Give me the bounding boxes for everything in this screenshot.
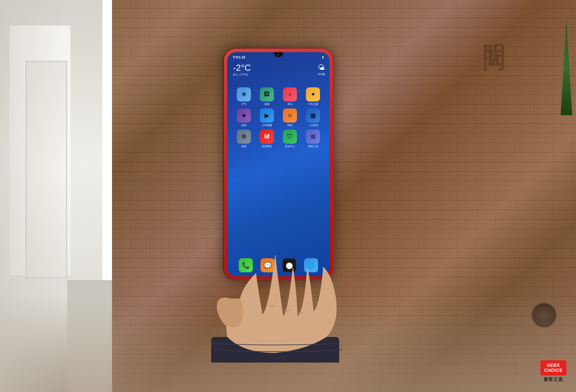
app-settings-label: 设置: [235, 145, 253, 148]
app-reader-label: 阅读: [281, 124, 299, 127]
app-tools-label: 系统工具: [304, 145, 322, 148]
app-weather-label: 天气: [235, 102, 253, 106]
watermark-box: GEEK CHOICE: [540, 360, 566, 375]
watermark-brand-line2: CHOICE: [544, 368, 563, 373]
wall-chinese-sign: 明间: [483, 26, 506, 32]
app-news-icon: ▦: [306, 108, 320, 123]
app-grid: ❄ 天气 🖼 相册 ♪ 音乐 ✦ 个性主题: [227, 87, 330, 151]
app-store[interactable]: M 应用商店: [258, 130, 276, 148]
hand-illustration: [198, 203, 378, 363]
app-games-icon: ★: [237, 108, 251, 123]
app-store-label: 应用商店: [258, 145, 276, 148]
battery-icon: 🔋: [321, 56, 324, 59]
app-news[interactable]: ▦ 一点资讯: [304, 108, 322, 127]
app-row-2: ★ 游戏 ▶ 小米视频 ☺ 阅读 ▦ 一点资讯: [232, 108, 324, 127]
app-store-icon: M: [260, 130, 274, 144]
bus-number: 797路: [317, 72, 325, 76]
app-weather[interactable]: ❄ 天气: [235, 87, 253, 106]
watermark-chinese: 极客之选: [540, 377, 566, 382]
app-tools-icon: ⊞: [306, 130, 320, 144]
app-settings-icon: ⚙: [237, 130, 251, 144]
weather-widget: -2°C 多云 | 空气优: [233, 63, 251, 76]
app-security-icon: 🛡: [283, 130, 297, 144]
app-album[interactable]: 🖼 相册: [258, 87, 276, 106]
app-album-icon: 🖼: [260, 87, 274, 101]
app-reader[interactable]: ☺ 阅读: [281, 108, 299, 127]
blur-left: [0, 0, 64, 392]
weather-temp: -2°C: [233, 63, 251, 72]
watermark: GEEK CHOICE 极客之选: [540, 360, 566, 382]
app-news-label: 一点资讯: [304, 124, 322, 127]
app-security[interactable]: 🛡 安全中心: [281, 130, 299, 148]
app-video-icon: ▶: [260, 108, 274, 123]
app-row-3: ⚙ 设置 M 应用商店 🛡 安全中心 ⊞ 系统工具: [232, 130, 324, 148]
front-camera: [277, 53, 279, 55]
status-time: 下午1:33: [232, 55, 245, 60]
app-reader-icon: ☺: [283, 108, 297, 123]
app-video-label: 小米视频: [258, 124, 276, 127]
app-security-label: 安全中心: [281, 145, 299, 148]
app-music-label: 音乐: [281, 102, 299, 106]
app-music[interactable]: ♪ 音乐: [281, 87, 299, 106]
weather-desc: 多云 | 空气优: [233, 73, 251, 76]
app-games-label: 游戏: [235, 124, 253, 127]
app-music-icon: ♪: [283, 87, 297, 101]
app-row-1: ❄ 天气 🖼 相册 ♪ 音乐 ✦ 个性主题: [232, 87, 324, 106]
app-album-label: 相册: [258, 102, 276, 106]
app-settings[interactable]: ⚙ 设置: [235, 130, 253, 148]
app-theme-label: 个性主题: [304, 102, 322, 106]
hand-phone-group: 下午1:33 🔋 -2°C 多云 | 空气优 🌤 797路 ❄: [198, 43, 378, 363]
app-theme-icon: ✦: [306, 87, 320, 101]
weather-cloud-icon: 🌤: [317, 63, 325, 72]
app-video[interactable]: ▶ 小米视频: [258, 108, 276, 127]
watermark-brand-line1: GEEK: [544, 363, 563, 368]
app-theme[interactable]: ✦ 个性主题: [304, 87, 322, 106]
app-tools[interactable]: ⊞ 系统工具: [304, 130, 322, 148]
status-icons: 🔋: [321, 56, 324, 59]
app-games[interactable]: ★ 游戏: [235, 108, 253, 127]
app-weather-icon: ❄: [237, 87, 251, 101]
bus-widget: 🌤 797路: [317, 63, 325, 76]
